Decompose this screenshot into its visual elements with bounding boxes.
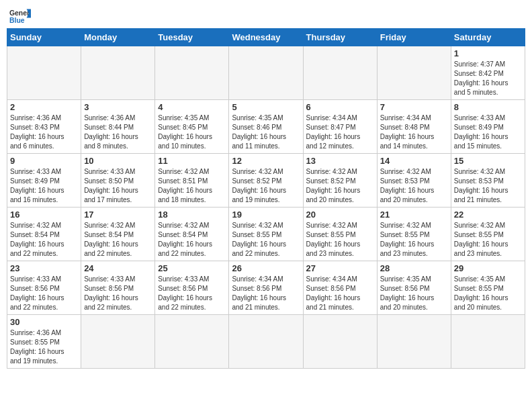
- calendar-header-row: SundayMondayTuesdayWednesdayThursdayFrid…: [7, 29, 525, 46]
- day-number: 9: [10, 156, 78, 166]
- calendar-cell: 2Sunrise: 4:36 AM Sunset: 8:43 PM Daylig…: [7, 100, 81, 154]
- day-info: Sunrise: 4:34 AM Sunset: 8:47 PM Dayligh…: [306, 113, 374, 151]
- day-info: Sunrise: 4:33 AM Sunset: 8:56 PM Dayligh…: [10, 275, 78, 312]
- calendar-cell: 4Sunrise: 4:35 AM Sunset: 8:45 PM Daylig…: [155, 100, 229, 154]
- day-info: Sunrise: 4:33 AM Sunset: 8:49 PM Dayligh…: [10, 167, 78, 205]
- calendar-cell: [303, 315, 377, 369]
- calendar-cell: [451, 315, 525, 369]
- calendar-week-row-1: 1Sunrise: 4:37 AM Sunset: 8:42 PM Daylig…: [7, 46, 525, 100]
- day-number: 3: [84, 102, 152, 112]
- day-info: Sunrise: 4:32 AM Sunset: 8:55 PM Dayligh…: [454, 221, 522, 259]
- day-number: 30: [10, 317, 78, 327]
- calendar-cell: 22Sunrise: 4:32 AM Sunset: 8:55 PM Dayli…: [451, 208, 525, 261]
- day-number: 16: [10, 210, 78, 220]
- day-info: Sunrise: 4:32 AM Sunset: 8:51 PM Dayligh…: [158, 167, 226, 205]
- day-info: Sunrise: 4:33 AM Sunset: 8:50 PM Dayligh…: [84, 167, 152, 205]
- calendar-week-row-6: 30Sunrise: 4:36 AM Sunset: 8:55 PM Dayli…: [7, 315, 525, 369]
- day-info: Sunrise: 4:36 AM Sunset: 8:44 PM Dayligh…: [84, 113, 152, 151]
- calendar-cell: 26Sunrise: 4:34 AM Sunset: 8:56 PM Dayli…: [229, 261, 303, 315]
- day-number: 18: [158, 210, 226, 220]
- calendar-cell: 28Sunrise: 4:35 AM Sunset: 8:56 PM Dayli…: [377, 261, 451, 315]
- day-number: 17: [84, 210, 152, 220]
- calendar-cell: 3Sunrise: 4:36 AM Sunset: 8:44 PM Daylig…: [81, 100, 155, 154]
- day-number: 22: [454, 210, 522, 220]
- day-info: Sunrise: 4:35 AM Sunset: 8:56 PM Dayligh…: [380, 275, 448, 312]
- day-info: Sunrise: 4:36 AM Sunset: 8:43 PM Dayligh…: [10, 113, 78, 151]
- day-info: Sunrise: 4:32 AM Sunset: 8:55 PM Dayligh…: [380, 221, 448, 259]
- calendar-cell: 27Sunrise: 4:34 AM Sunset: 8:56 PM Dayli…: [303, 261, 377, 315]
- day-info: Sunrise: 4:34 AM Sunset: 8:56 PM Dayligh…: [306, 275, 374, 312]
- day-number: 26: [232, 263, 300, 273]
- calendar-cell: 29Sunrise: 4:35 AM Sunset: 8:55 PM Dayli…: [451, 261, 525, 315]
- calendar-cell: [229, 315, 303, 369]
- day-number: 25: [158, 263, 226, 273]
- day-number: 1: [454, 48, 522, 58]
- calendar-week-row-5: 23Sunrise: 4:33 AM Sunset: 8:56 PM Dayli…: [7, 261, 525, 315]
- day-info: Sunrise: 4:35 AM Sunset: 8:46 PM Dayligh…: [232, 113, 300, 151]
- day-number: 29: [454, 263, 522, 273]
- calendar-header-sunday: Sunday: [7, 29, 81, 46]
- calendar-header-monday: Monday: [81, 29, 155, 46]
- calendar-cell: 14Sunrise: 4:32 AM Sunset: 8:53 PM Dayli…: [377, 154, 451, 208]
- calendar-table: SundayMondayTuesdayWednesdayThursdayFrid…: [7, 28, 525, 369]
- day-number: 28: [380, 263, 448, 273]
- day-number: 14: [380, 156, 448, 166]
- day-number: 13: [306, 156, 374, 166]
- calendar-cell: [303, 46, 377, 100]
- calendar-cell: 24Sunrise: 4:33 AM Sunset: 8:56 PM Dayli…: [81, 261, 155, 315]
- generalblue-logo-icon: General Blue: [9, 7, 31, 26]
- day-info: Sunrise: 4:32 AM Sunset: 8:52 PM Dayligh…: [306, 167, 374, 205]
- day-number: 27: [306, 263, 374, 273]
- calendar-cell: [377, 46, 451, 100]
- day-info: Sunrise: 4:33 AM Sunset: 8:56 PM Dayligh…: [84, 275, 152, 312]
- day-number: 8: [454, 102, 522, 112]
- calendar-cell: 18Sunrise: 4:32 AM Sunset: 8:54 PM Dayli…: [155, 208, 229, 261]
- calendar-cell: [229, 46, 303, 100]
- calendar-cell: [377, 315, 451, 369]
- calendar-cell: 21Sunrise: 4:32 AM Sunset: 8:55 PM Dayli…: [377, 208, 451, 261]
- day-info: Sunrise: 4:36 AM Sunset: 8:55 PM Dayligh…: [10, 328, 78, 366]
- day-info: Sunrise: 4:35 AM Sunset: 8:55 PM Dayligh…: [454, 275, 522, 312]
- calendar-cell: 20Sunrise: 4:32 AM Sunset: 8:55 PM Dayli…: [303, 208, 377, 261]
- calendar-header-friday: Friday: [377, 29, 451, 46]
- calendar-cell: 8Sunrise: 4:33 AM Sunset: 8:49 PM Daylig…: [451, 100, 525, 154]
- day-number: 6: [306, 102, 374, 112]
- day-number: 4: [158, 102, 226, 112]
- calendar-week-row-3: 9Sunrise: 4:33 AM Sunset: 8:49 PM Daylig…: [7, 154, 525, 208]
- calendar-cell: [81, 46, 155, 100]
- calendar-cell: 6Sunrise: 4:34 AM Sunset: 8:47 PM Daylig…: [303, 100, 377, 154]
- calendar-cell: 11Sunrise: 4:32 AM Sunset: 8:51 PM Dayli…: [155, 154, 229, 208]
- day-info: Sunrise: 4:35 AM Sunset: 8:45 PM Dayligh…: [158, 113, 226, 151]
- calendar-header-tuesday: Tuesday: [155, 29, 229, 46]
- calendar-cell: [81, 315, 155, 369]
- day-number: 23: [10, 263, 78, 273]
- calendar-cell: 5Sunrise: 4:35 AM Sunset: 8:46 PM Daylig…: [229, 100, 303, 154]
- day-number: 11: [158, 156, 226, 166]
- day-info: Sunrise: 4:32 AM Sunset: 8:55 PM Dayligh…: [306, 221, 374, 259]
- calendar-cell: 10Sunrise: 4:33 AM Sunset: 8:50 PM Dayli…: [81, 154, 155, 208]
- svg-text:Blue: Blue: [9, 17, 25, 24]
- day-info: Sunrise: 4:34 AM Sunset: 8:56 PM Dayligh…: [232, 275, 300, 312]
- day-number: 15: [454, 156, 522, 166]
- day-number: 12: [232, 156, 300, 166]
- calendar-cell: 19Sunrise: 4:32 AM Sunset: 8:55 PM Dayli…: [229, 208, 303, 261]
- calendar-cell: 1Sunrise: 4:37 AM Sunset: 8:42 PM Daylig…: [451, 46, 525, 100]
- calendar-header-wednesday: Wednesday: [229, 29, 303, 46]
- calendar-cell: [7, 46, 81, 100]
- calendar-cell: 16Sunrise: 4:32 AM Sunset: 8:54 PM Dayli…: [7, 208, 81, 261]
- day-number: 21: [380, 210, 448, 220]
- day-number: 10: [84, 156, 152, 166]
- day-info: Sunrise: 4:32 AM Sunset: 8:53 PM Dayligh…: [380, 167, 448, 205]
- day-number: 19: [232, 210, 300, 220]
- day-number: 5: [232, 102, 300, 112]
- calendar-cell: 7Sunrise: 4:34 AM Sunset: 8:48 PM Daylig…: [377, 100, 451, 154]
- calendar-cell: 17Sunrise: 4:32 AM Sunset: 8:54 PM Dayli…: [81, 208, 155, 261]
- calendar-cell: 15Sunrise: 4:32 AM Sunset: 8:53 PM Dayli…: [451, 154, 525, 208]
- calendar-cell: 30Sunrise: 4:36 AM Sunset: 8:55 PM Dayli…: [7, 315, 81, 369]
- day-info: Sunrise: 4:32 AM Sunset: 8:54 PM Dayligh…: [158, 221, 226, 259]
- day-number: 2: [10, 102, 78, 112]
- calendar-cell: [155, 315, 229, 369]
- day-info: Sunrise: 4:32 AM Sunset: 8:53 PM Dayligh…: [454, 167, 522, 205]
- calendar-cell: 9Sunrise: 4:33 AM Sunset: 8:49 PM Daylig…: [7, 154, 81, 208]
- calendar-cell: 13Sunrise: 4:32 AM Sunset: 8:52 PM Dayli…: [303, 154, 377, 208]
